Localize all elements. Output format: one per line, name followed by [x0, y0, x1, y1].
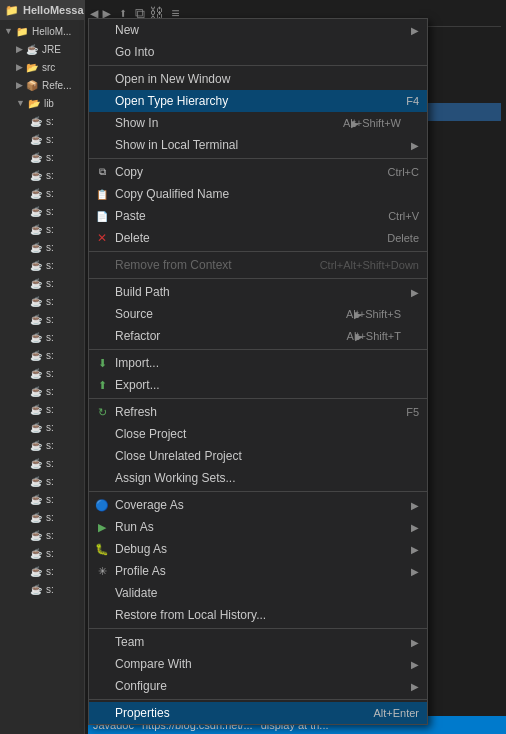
- list-item[interactable]: ☕s:: [0, 562, 84, 580]
- list-item[interactable]: ☕s:: [0, 508, 84, 526]
- list-item[interactable]: ☕s:: [0, 328, 84, 346]
- list-item[interactable]: ☕s:: [0, 454, 84, 472]
- java-icon: ☕: [28, 311, 44, 327]
- list-item[interactable]: ☕s:: [0, 184, 84, 202]
- list-item[interactable]: ☕s:: [0, 436, 84, 454]
- list-item[interactable]: ☕s:: [0, 238, 84, 256]
- menu-item-copy[interactable]: ⧉ Copy Ctrl+C: [89, 161, 427, 183]
- java-icon: ☕: [28, 293, 44, 309]
- menu-item-close-project[interactable]: Close Project: [89, 423, 427, 445]
- menu-item-show-in[interactable]: Show In ▶ Alt+Shift+W: [89, 112, 427, 134]
- list-item[interactable]: ☕s:: [0, 580, 84, 598]
- menu-separator: [89, 699, 427, 700]
- menu-item-label: Build Path: [115, 285, 170, 299]
- tree-item-hellomessage[interactable]: ▼ 📁 HelloM...: [0, 22, 84, 40]
- menu-item-open-type-hierarchy[interactable]: Open Type Hierarchy F4: [89, 90, 427, 112]
- menu-item-import[interactable]: ⬇ Import...: [89, 352, 427, 374]
- menu-shortcut: Ctrl+C: [368, 166, 419, 178]
- lib-folder-icon: 📂: [26, 95, 42, 111]
- submenu-arrow: ▶: [411, 287, 419, 298]
- menu-item-close-unrelated[interactable]: Close Unrelated Project: [89, 445, 427, 467]
- list-item[interactable]: ☕s:: [0, 292, 84, 310]
- menu-item-run-as[interactable]: ▶ Run As ▶: [89, 516, 427, 538]
- list-item[interactable]: ☕s:: [0, 472, 84, 490]
- menu-item-restore-local-history[interactable]: Restore from Local History...: [89, 604, 427, 626]
- list-item[interactable]: ☕s:: [0, 112, 84, 130]
- menu-item-build-path[interactable]: Build Path ▶: [89, 281, 427, 303]
- java-icon: ☕: [28, 401, 44, 417]
- tree-item-src[interactable]: ▶ 📂 src: [0, 58, 84, 76]
- menu-item-label: Refresh: [115, 405, 157, 419]
- menu-item-validate[interactable]: Validate: [89, 582, 427, 604]
- menu-item-label: Show In: [115, 116, 158, 130]
- debug-icon: 🐛: [94, 541, 110, 557]
- menu-item-label: Properties: [115, 706, 170, 720]
- list-item[interactable]: ☕s:: [0, 346, 84, 364]
- run-icon: ▶: [94, 519, 110, 535]
- list-item[interactable]: ☕s:: [0, 202, 84, 220]
- menu-item-new[interactable]: New ▶: [89, 19, 427, 41]
- list-item[interactable]: ☕s:: [0, 130, 84, 148]
- tree-item-jre[interactable]: ▶ ☕ JRE: [0, 40, 84, 58]
- list-item[interactable]: ☕s:: [0, 148, 84, 166]
- java-icon: ☕: [28, 167, 44, 183]
- menu-item-assign-working-sets[interactable]: Assign Working Sets...: [89, 467, 427, 489]
- menu-item-configure[interactable]: Configure ▶: [89, 675, 427, 697]
- list-item[interactable]: ☕s:: [0, 310, 84, 328]
- tree-item-refe[interactable]: ▶ 📦 Refe...: [0, 76, 84, 94]
- submenu-arrow: ▶: [411, 681, 419, 692]
- list-item[interactable]: ☕s:: [0, 256, 84, 274]
- menu-item-refactor[interactable]: Refactor ▶ Alt+Shift+T: [89, 325, 427, 347]
- java-icon: ☕: [28, 437, 44, 453]
- java-icon: ☕: [28, 419, 44, 435]
- list-item[interactable]: ☕s:: [0, 418, 84, 436]
- menu-item-label: Coverage As: [115, 498, 184, 512]
- list-item[interactable]: ☕s:: [0, 490, 84, 508]
- menu-item-paste[interactable]: 📄 Paste Ctrl+V: [89, 205, 427, 227]
- list-item[interactable]: ☕s:: [0, 220, 84, 238]
- menu-separator: [89, 251, 427, 252]
- submenu-arrow: ▶: [411, 25, 419, 36]
- menu-shortcut: F5: [386, 406, 419, 418]
- menu-item-source[interactable]: Source ▶ Alt+Shift+S: [89, 303, 427, 325]
- tree-label: lib: [44, 98, 54, 109]
- list-item[interactable]: ☕s:: [0, 382, 84, 400]
- menu-item-team[interactable]: Team ▶: [89, 631, 427, 653]
- list-item[interactable]: ☕s:: [0, 526, 84, 544]
- list-item[interactable]: ☕s:: [0, 166, 84, 184]
- menu-shortcut: Delete: [367, 232, 419, 244]
- menu-item-go-into[interactable]: Go Into: [89, 41, 427, 63]
- menu-item-export[interactable]: ⬆ Export...: [89, 374, 427, 396]
- menu-item-copy-qualified-name[interactable]: 📋 Copy Qualified Name: [89, 183, 427, 205]
- list-item[interactable]: ☕s:: [0, 274, 84, 292]
- java-icon: ☕: [28, 149, 44, 165]
- list-item[interactable]: ☕s:: [0, 544, 84, 562]
- menu-item-label: Close Unrelated Project: [115, 449, 242, 463]
- menu-item-show-local-terminal[interactable]: Show in Local Terminal ▶: [89, 134, 427, 156]
- menu-item-delete[interactable]: ✕ Delete Delete: [89, 227, 427, 249]
- list-item[interactable]: ☕s:: [0, 364, 84, 382]
- menu-item-compare-with[interactable]: Compare With ▶: [89, 653, 427, 675]
- context-menu: New ▶ Go Into Open in New Window Open Ty…: [88, 18, 428, 725]
- copy2-icon: 📋: [94, 186, 110, 202]
- delete-icon: ✕: [94, 230, 110, 246]
- source-shortcut: Alt+Shift+S: [346, 308, 401, 320]
- menu-item-open-new-window[interactable]: Open in New Window: [89, 68, 427, 90]
- tree-item-lib[interactable]: ▼ 📂 lib: [0, 94, 84, 112]
- java-icon: ☕: [28, 455, 44, 471]
- list-item[interactable]: ☕s:: [0, 400, 84, 418]
- menu-item-label: Copy: [115, 165, 143, 179]
- project-icon: 📁: [14, 23, 30, 39]
- menu-item-properties[interactable]: Properties Alt+Enter: [89, 702, 427, 724]
- menu-item-debug-as[interactable]: 🐛 Debug As ▶: [89, 538, 427, 560]
- menu-item-label: Open Type Hierarchy: [115, 94, 228, 108]
- submenu-arrow: ▶: [411, 637, 419, 648]
- java-icon: ☕: [28, 203, 44, 219]
- submenu-arrow: ▶: [411, 140, 419, 151]
- refactor-shortcut: Alt+Shift+T: [347, 330, 401, 342]
- tree-items: ▼ 📁 HelloM... ▶ ☕ JRE ▶ 📂 src ▶ 📦 Refe..…: [0, 20, 84, 600]
- menu-item-profile-as[interactable]: ✳ Profile As ▶: [89, 560, 427, 582]
- java-icon: ☕: [28, 383, 44, 399]
- menu-item-coverage-as[interactable]: 🔵 Coverage As ▶: [89, 494, 427, 516]
- menu-item-refresh[interactable]: ↻ Refresh F5: [89, 401, 427, 423]
